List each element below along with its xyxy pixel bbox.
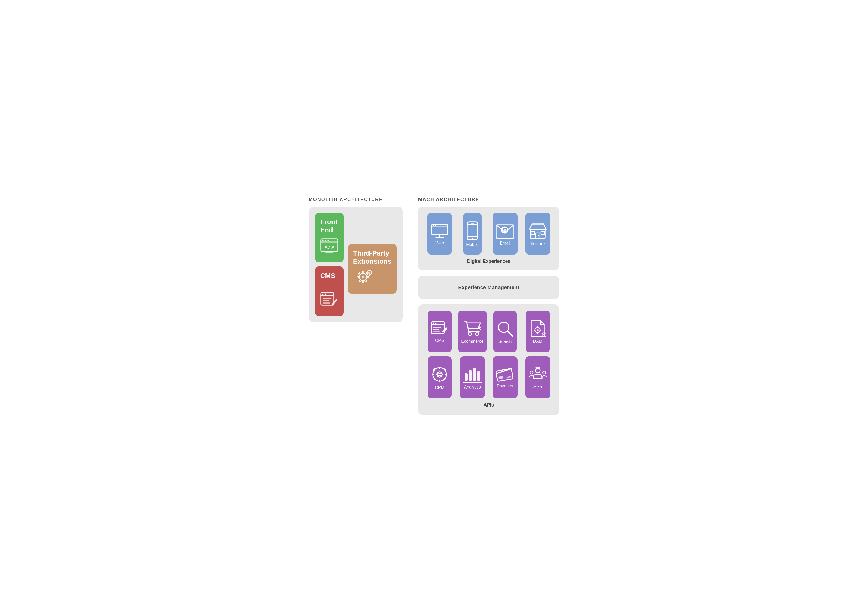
svg-point-9 bbox=[322, 294, 323, 295]
svg-rect-88 bbox=[473, 368, 476, 381]
monolith-box: Front End </> CMS bbox=[309, 207, 403, 322]
digital-experiences-panel: Web Mobile bbox=[418, 207, 559, 270]
monolith-title: MONOLITH ARCHITECTURE bbox=[309, 197, 383, 202]
api-cms-wrapper: CMS bbox=[426, 311, 454, 352]
svg-rect-78 bbox=[439, 367, 440, 369]
svg-rect-59 bbox=[433, 329, 439, 330]
svg-rect-71 bbox=[537, 332, 538, 334]
svg-rect-79 bbox=[439, 380, 440, 382]
apis-label: APIs bbox=[426, 402, 552, 408]
svg-point-4 bbox=[327, 240, 329, 241]
svg-rect-72 bbox=[534, 329, 536, 331]
svg-point-18 bbox=[362, 276, 364, 278]
api-payment-card: Payment bbox=[493, 356, 518, 398]
svg-rect-82 bbox=[432, 368, 436, 371]
svg-rect-60 bbox=[433, 331, 440, 332]
svg-rect-50 bbox=[536, 233, 540, 239]
svg-line-67 bbox=[508, 331, 513, 336]
svg-point-36 bbox=[435, 225, 436, 226]
api-dam-wrapper: DAM bbox=[524, 311, 552, 352]
svg-rect-21 bbox=[357, 276, 360, 278]
api-search-label: Search bbox=[499, 339, 512, 344]
svg-rect-19 bbox=[362, 271, 364, 273]
svg-rect-58 bbox=[433, 327, 442, 328]
thirdparty-label: Third-PartyExtionsions bbox=[353, 249, 391, 266]
svg-rect-53 bbox=[541, 231, 545, 235]
svg-point-46 bbox=[504, 229, 506, 231]
svg-rect-87 bbox=[469, 370, 472, 381]
svg-rect-70 bbox=[537, 326, 538, 328]
thirdparty-icon bbox=[353, 267, 374, 288]
svg-text:</>: </> bbox=[324, 244, 335, 250]
experience-management-panel: Experience Management bbox=[418, 276, 559, 299]
svg-point-2 bbox=[322, 240, 323, 241]
diagram-container: MONOLITH ARCHITECTURE Front End </> bbox=[309, 197, 559, 415]
api-ecommerce-card: Ecommerce bbox=[458, 311, 487, 352]
web-card-wrapper: Web bbox=[426, 213, 454, 255]
svg-point-35 bbox=[433, 225, 434, 226]
svg-point-56 bbox=[433, 323, 434, 324]
email-label: Email bbox=[500, 241, 510, 245]
api-analytics-wrapper: Analytics bbox=[458, 356, 487, 398]
cms-label: CMS bbox=[320, 272, 335, 280]
svg-point-28 bbox=[368, 272, 370, 274]
apis-grid: CMS bbox=[426, 311, 552, 398]
api-analytics-card: Analytics bbox=[460, 356, 485, 398]
api-crm-card: CRM bbox=[428, 356, 452, 398]
api-crm-label: CRM bbox=[435, 385, 444, 390]
svg-rect-52 bbox=[531, 231, 535, 235]
instore-card-wrapper: In-store bbox=[524, 213, 552, 255]
web-label: Web bbox=[436, 241, 444, 245]
instore-label: In-store bbox=[530, 241, 545, 246]
svg-rect-73 bbox=[539, 329, 541, 331]
email-card-wrapper: Email bbox=[491, 213, 519, 255]
api-cdp-label: CDP bbox=[533, 386, 542, 390]
api-search-wrapper: Search bbox=[491, 311, 519, 352]
digital-experiences-grid: Web Mobile bbox=[426, 213, 552, 255]
svg-point-63 bbox=[468, 332, 471, 336]
digital-experiences-label: Digital Experiences bbox=[426, 259, 552, 264]
svg-rect-13 bbox=[323, 303, 330, 303]
svg-rect-32 bbox=[371, 272, 372, 273]
svg-point-57 bbox=[436, 323, 437, 324]
svg-rect-93 bbox=[499, 376, 504, 379]
svg-rect-22 bbox=[367, 276, 369, 278]
svg-rect-89 bbox=[477, 371, 480, 381]
svg-rect-12 bbox=[323, 300, 329, 301]
mach-inner: Web Mobile bbox=[418, 207, 559, 415]
svg-point-3 bbox=[325, 240, 326, 241]
api-dam-label: DAM bbox=[533, 339, 542, 344]
svg-rect-31 bbox=[366, 272, 368, 273]
svg-rect-85 bbox=[444, 368, 446, 371]
svg-point-64 bbox=[476, 332, 479, 336]
svg-rect-81 bbox=[445, 374, 447, 375]
frontend-icon: </> bbox=[320, 238, 338, 257]
svg-rect-30 bbox=[369, 274, 370, 276]
frontend-label: Front End bbox=[320, 218, 338, 234]
api-dam-card: DAM bbox=[526, 311, 550, 352]
mach-section: MACH ARCHITECTURE bbox=[418, 197, 559, 415]
svg-point-42 bbox=[472, 238, 473, 239]
svg-point-51 bbox=[538, 235, 539, 236]
web-card: Web bbox=[427, 213, 452, 255]
api-ecommerce-wrapper: Ecommerce bbox=[458, 311, 487, 352]
svg-rect-80 bbox=[432, 374, 434, 375]
api-cms-label: CMS bbox=[435, 338, 445, 343]
api-ecommerce-label: Ecommerce bbox=[461, 339, 484, 344]
experience-management-label: Experience Management bbox=[458, 284, 519, 290]
svg-rect-29 bbox=[369, 270, 370, 271]
svg-rect-94 bbox=[506, 376, 511, 378]
api-analytics-label: Analytics bbox=[464, 385, 481, 390]
svg-rect-11 bbox=[323, 298, 331, 299]
svg-rect-38 bbox=[436, 236, 444, 238]
svg-rect-6 bbox=[326, 252, 333, 253]
api-payment-wrapper: Payment bbox=[491, 356, 519, 398]
api-search-card: Search bbox=[493, 311, 517, 352]
svg-point-10 bbox=[325, 294, 326, 295]
mach-title: MACH ARCHITECTURE bbox=[418, 197, 479, 202]
api-payment-label: Payment bbox=[497, 384, 513, 388]
svg-point-69 bbox=[536, 329, 539, 331]
cms-icon bbox=[320, 292, 338, 311]
monolith-section: MONOLITH ARCHITECTURE Front End </> bbox=[309, 197, 403, 322]
api-cdp-card: CDP bbox=[525, 356, 550, 398]
